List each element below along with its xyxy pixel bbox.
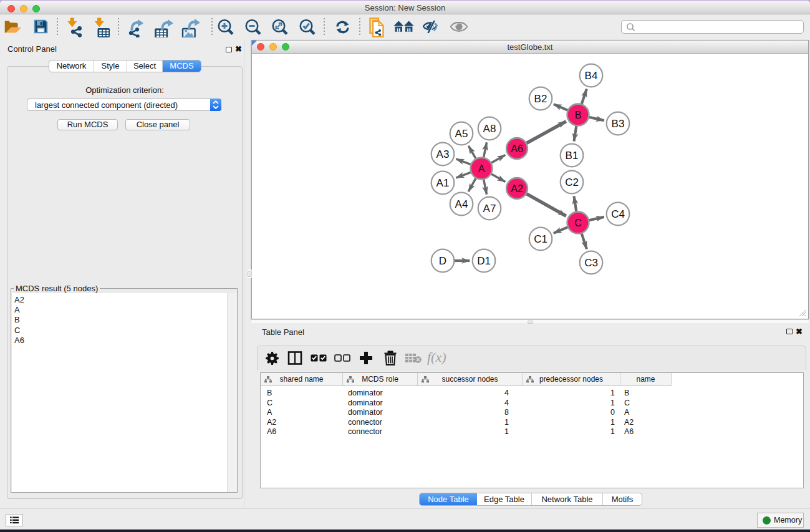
svg-text:D1: D1	[477, 255, 491, 267]
svg-text:A2: A2	[511, 183, 523, 194]
svg-text:C1: C1	[534, 233, 547, 245]
svg-text:B3: B3	[612, 118, 625, 130]
svg-text:A1: A1	[436, 177, 450, 189]
svg-text:A8: A8	[483, 123, 496, 135]
svg-text:C3: C3	[584, 257, 598, 269]
svg-text:C: C	[574, 218, 582, 228]
svg-text:A4: A4	[455, 198, 468, 210]
svg-text:A: A	[478, 163, 485, 174]
svg-text:D: D	[439, 255, 446, 267]
svg-text:B4: B4	[585, 70, 598, 82]
svg-text:A7: A7	[483, 203, 496, 215]
svg-text:A3: A3	[436, 148, 450, 160]
svg-text:B: B	[575, 110, 582, 120]
svg-text:B1: B1	[566, 150, 579, 162]
svg-text:C4: C4	[611, 208, 625, 220]
svg-text:B2: B2	[534, 93, 547, 105]
svg-text:C2: C2	[565, 177, 579, 188]
svg-text:A6: A6	[511, 143, 523, 154]
svg-text:A5: A5	[455, 128, 468, 140]
